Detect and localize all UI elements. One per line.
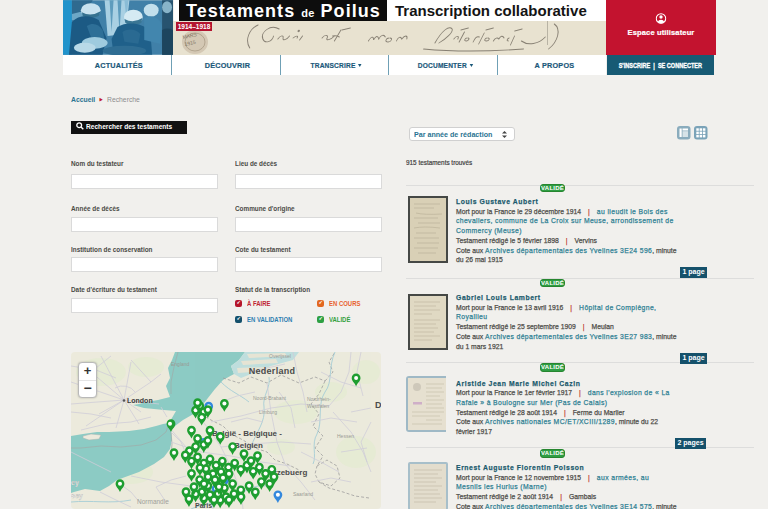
svg-text:London: London	[127, 397, 153, 404]
svg-text:Westfalen: Westfalen	[307, 403, 329, 409]
svg-text:D: D	[375, 400, 381, 410]
svg-text:Overijssel: Overijssel	[269, 353, 291, 359]
svg-text:Nordrhein-: Nordrhein-	[307, 396, 331, 402]
svg-text:sey: sey	[71, 492, 83, 500]
svg-text:Limburg: Limburg	[259, 409, 277, 415]
svg-text:ey: ey	[71, 479, 79, 487]
svg-text:Normandie: Normandie	[137, 498, 169, 505]
svg-text:Noord-Brabant: Noord-Brabant	[253, 395, 286, 401]
svg-text:Nederland: Nederland	[249, 366, 296, 376]
svg-text:Hessen: Hessen	[337, 433, 354, 439]
svg-text:Saarland: Saarland	[293, 491, 313, 497]
svg-text:England: England	[171, 361, 190, 367]
